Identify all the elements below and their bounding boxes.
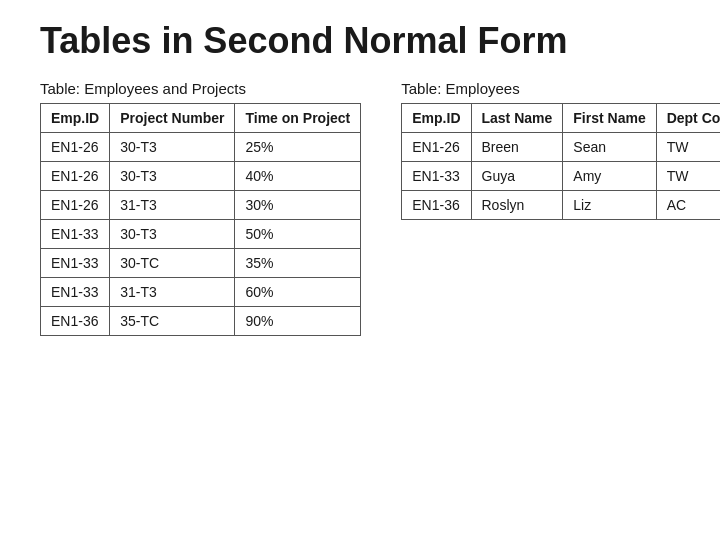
- table-row: EN1-26BreenSeanTWTechnical Writing: [402, 133, 720, 162]
- table-cell: 30%: [235, 191, 361, 220]
- table2: Emp.ID Last Name First Name Dept Code De…: [401, 103, 720, 220]
- table-row: EN1-3331-T360%: [41, 278, 361, 307]
- table-cell: 30-T3: [110, 220, 235, 249]
- table-cell: EN1-33: [41, 249, 110, 278]
- table-cell: EN1-33: [41, 278, 110, 307]
- table2-label: Table: Employees: [401, 80, 720, 97]
- table-cell: EN1-26: [41, 191, 110, 220]
- table2-col-deptcode: Dept Code: [656, 104, 720, 133]
- table-cell: 35-TC: [110, 307, 235, 336]
- table-row: EN1-3330-TC35%: [41, 249, 361, 278]
- table1-col-empid: Emp.ID: [41, 104, 110, 133]
- table1: Emp.ID Project Number Time on Project EN…: [40, 103, 361, 336]
- table2-col-lastname: Last Name: [471, 104, 563, 133]
- table-cell: 50%: [235, 220, 361, 249]
- table-cell: Liz: [563, 191, 656, 220]
- table-row: EN1-2630-T325%: [41, 133, 361, 162]
- table-cell: Roslyn: [471, 191, 563, 220]
- table-row: EN1-33GuyaAmyTWTechnical Writing: [402, 162, 720, 191]
- table-cell: EN1-33: [41, 220, 110, 249]
- table-cell: 35%: [235, 249, 361, 278]
- table-cell: EN1-26: [402, 133, 471, 162]
- table-cell: 40%: [235, 162, 361, 191]
- table-cell: EN1-33: [402, 162, 471, 191]
- table-cell: Breen: [471, 133, 563, 162]
- table2-header-row: Emp.ID Last Name First Name Dept Code De…: [402, 104, 720, 133]
- table-cell: TW: [656, 162, 720, 191]
- table-row: EN1-3635-TC90%: [41, 307, 361, 336]
- table-cell: Sean: [563, 133, 656, 162]
- table-cell: 30-T3: [110, 133, 235, 162]
- table-cell: AC: [656, 191, 720, 220]
- table-cell: 30-T3: [110, 162, 235, 191]
- table-row: EN1-3330-T350%: [41, 220, 361, 249]
- table-cell: EN1-36: [41, 307, 110, 336]
- table1-col-projnum: Project Number: [110, 104, 235, 133]
- table2-col-firstname: First Name: [563, 104, 656, 133]
- table-row: EN1-2630-T340%: [41, 162, 361, 191]
- table-cell: EN1-26: [41, 133, 110, 162]
- table-cell: TW: [656, 133, 720, 162]
- table2-section: Table: Employees Emp.ID Last Name First …: [401, 80, 720, 220]
- table-cell: 90%: [235, 307, 361, 336]
- table-cell: 31-T3: [110, 191, 235, 220]
- table1-section: Table: Employees and Projects Emp.ID Pro…: [40, 80, 361, 336]
- table-row: EN1-2631-T330%: [41, 191, 361, 220]
- table-cell: 30-TC: [110, 249, 235, 278]
- table1-col-timeon: Time on Project: [235, 104, 361, 133]
- table-cell: 31-T3: [110, 278, 235, 307]
- table-cell: 60%: [235, 278, 361, 307]
- page-title: Tables in Second Normal Form: [40, 20, 680, 62]
- table-cell: EN1-26: [41, 162, 110, 191]
- table-row: EN1-36RoslynLizACAccounting: [402, 191, 720, 220]
- table1-header-row: Emp.ID Project Number Time on Project: [41, 104, 361, 133]
- table1-label: Table: Employees and Projects: [40, 80, 361, 97]
- table-cell: 25%: [235, 133, 361, 162]
- tables-wrapper: Table: Employees and Projects Emp.ID Pro…: [40, 80, 680, 336]
- table-cell: Guya: [471, 162, 563, 191]
- table-cell: EN1-36: [402, 191, 471, 220]
- table2-col-empid: Emp.ID: [402, 104, 471, 133]
- table-cell: Amy: [563, 162, 656, 191]
